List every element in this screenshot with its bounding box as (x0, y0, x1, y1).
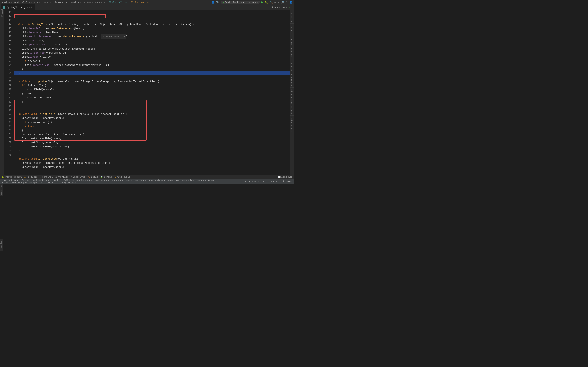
toolbar-profiler[interactable]: ◎Profiler (55, 175, 68, 178)
toolbar-spring[interactable]: 🍃Spring (100, 175, 112, 178)
status-encoding[interactable]: UTF-8 (267, 180, 274, 183)
line-number: 68 (5, 120, 13, 124)
breadcrumb-bar: apollo-client-1.7.0.jar › com › ctrip › … (0, 0, 294, 4)
line-number: 53 (5, 59, 13, 63)
panel-maven[interactable]: Maven (290, 37, 294, 46)
code-line: this.genericType = method.getGenericPara… (14, 63, 290, 67)
line-number: 46 (5, 31, 13, 35)
panel-gcs[interactable]: Google Cloud Storage (290, 87, 294, 115)
build-icon[interactable]: 🔨 (270, 1, 273, 4)
code-line (14, 153, 290, 157)
event-log[interactable]: 📋Event Log (277, 175, 292, 178)
code-line: } else { (14, 92, 290, 96)
panel-kubernetes[interactable]: Kubernetes Explorer (290, 61, 294, 87)
breadcrumb-springvalue-method[interactable]: ⬡ SpringValue (131, 1, 149, 3)
code-line: this.isJson = isJson; (14, 55, 290, 59)
code-display[interactable]: @ public SpringValue(String key, String … (14, 10, 290, 175)
code-line: throws InvocationTargetException, Illega… (14, 161, 290, 165)
line-number: 56 (5, 71, 13, 75)
bottom-toolbar: 🐛Debug ☑TODO ⚠Problems ▶Terminal ◎Profil… (0, 175, 294, 179)
status-linesep[interactable]: LF (262, 180, 265, 183)
reader-mode-label[interactable]: Reader Mode (272, 6, 288, 9)
panel-plantuml[interactable]: PlantUML (290, 24, 294, 37)
line-number: 65 (5, 108, 13, 112)
code-line: @ public SpringValue(String key, String … (14, 22, 290, 26)
line-number: 76 (5, 153, 13, 157)
line-number: 74 (5, 145, 13, 149)
code-line: this.placeholder = placeholder; (14, 43, 290, 47)
panel-cloud-run[interactable]: Cloud Run (290, 46, 294, 61)
toolbar-autobuild[interactable]: ▲Auto-build (114, 176, 130, 178)
code-line: if (isField()) { (14, 83, 290, 88)
line-number: 61 (5, 92, 13, 96)
tab-file-icon (3, 6, 5, 8)
line-number: 54 (5, 63, 13, 67)
toolbar-problems[interactable]: ⚠Problems (25, 175, 37, 178)
line-number: 62 (5, 96, 13, 100)
line-numbers: 4142434445464748495051525354555657585960… (4, 10, 14, 175)
code-line: } (14, 128, 290, 133)
breadcrumb-framework: framework (55, 1, 67, 3)
line-number: 75 (5, 149, 13, 153)
breadcrumb-ctrip: ctrip (44, 1, 51, 3)
code-line: private void injectField(Object newVal) … (14, 112, 290, 116)
git-icon[interactable]: ↙ (278, 1, 279, 4)
code-line: Class<?>[] paramTps = method.getParamete… (14, 47, 290, 51)
vcs-icon[interactable]: 👤 (211, 1, 215, 4)
breadcrumb-springvalue-class[interactable]: ⬡ SpringValue (109, 1, 127, 3)
line-number: 69 (5, 124, 13, 128)
line-number: 41 (5, 10, 13, 14)
tab-springvalue[interactable]: SpringValue.java × (1, 4, 35, 10)
code-line (14, 108, 290, 112)
project-icon[interactable]: Project (1, 11, 4, 14)
line-number: 66 (5, 112, 13, 116)
search-icon[interactable]: 🔍 (216, 1, 219, 4)
toolbar-build[interactable]: 🔨Build (87, 175, 98, 178)
tab-close-button[interactable]: × (31, 6, 33, 8)
toolbar-debug[interactable]: 🐛Debug (2, 175, 12, 178)
line-number: 50 (5, 47, 13, 51)
line-number: 58 (5, 80, 13, 83)
code-line: return; (14, 124, 290, 128)
line-number: 47 (5, 35, 13, 39)
main-layout: Project 41424344454647484950515253545556… (0, 10, 294, 175)
breadcrumb-spring: spring (83, 1, 91, 3)
breadcrumb-jar[interactable]: apollo-client-1.7.0.jar (2, 1, 33, 3)
profile-icon[interactable]: ◎ (275, 1, 276, 4)
settings-icon[interactable]: ⚙ (286, 1, 287, 4)
line-number: 45 (5, 26, 13, 31)
toolbar-endpoints[interactable]: ⚡Endpoints (71, 175, 85, 178)
code-line: this.targetType = paramTps[0]; (14, 51, 290, 55)
code-line: } (14, 67, 290, 71)
code-line: field.setAccessible(true); (14, 137, 290, 141)
code-container[interactable]: 4142434445464748495051525354555657585960… (4, 10, 290, 175)
panel-database[interactable]: Database (290, 10, 294, 24)
status-position: 53:4 (241, 180, 246, 183)
code-line: } (14, 100, 290, 104)
editor-area[interactable]: 4142434445464748495051525354555657585960… (4, 10, 290, 175)
run-config-dropdown[interactable]: ▶ ApolloConfigApplication ▾ (221, 1, 260, 4)
toolbar-terminal[interactable]: ▶Terminal (40, 175, 53, 178)
status-message: Load settings: Cannot load settings from… (2, 179, 216, 184)
run-button[interactable]: ▶ (261, 0, 263, 4)
line-number: 49 (5, 43, 13, 47)
line-number: 71 (5, 133, 13, 137)
code-line: this.beanRef = new WeakReference<>(bean)… (14, 26, 290, 31)
line-number: 48 (5, 39, 13, 43)
panel-secret[interactable]: Secret Manager (290, 115, 294, 136)
fold-icon[interactable]: ▼ (22, 59, 23, 63)
breadcrumb-apollo: apollo (71, 1, 79, 3)
code-line: field.set(bean, newVal); (14, 141, 290, 145)
fold-icon[interactable]: ▼ (22, 120, 23, 124)
search-icon2[interactable]: 🔎 (281, 1, 284, 4)
line-number: 60 (5, 88, 13, 92)
code-line: boolean accessible = field.isAccessible(… (14, 133, 290, 137)
line-number: 64 (5, 104, 13, 108)
avatar-icon[interactable]: 👤 (289, 1, 292, 4)
line-number: 52 (5, 55, 13, 59)
line-number: 67 (5, 116, 13, 120)
debug-button[interactable]: 🐛 (265, 1, 268, 4)
line-number: 43 (5, 18, 13, 22)
toolbar-todo[interactable]: ☑TODO (15, 175, 22, 178)
status-indent[interactable]: 4 spaces (249, 180, 259, 183)
